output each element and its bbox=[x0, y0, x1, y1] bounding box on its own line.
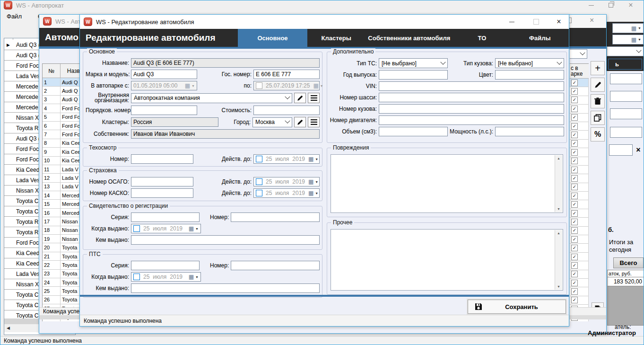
inspection-valid-datepicker[interactable]: 25 июля 2019 ▦▼ bbox=[253, 154, 320, 164]
date-enabled-checkbox[interactable] bbox=[256, 190, 262, 196]
col-header-number[interactable]: № bbox=[43, 64, 61, 78]
row-checkbox-cell[interactable]: ✓ bbox=[570, 296, 589, 305]
make-model-field[interactable] bbox=[131, 70, 197, 79]
table-row[interactable]: 25Toyota bbox=[43, 287, 80, 295]
tab-to[interactable]: ТО bbox=[453, 29, 511, 47]
scroll-down-icon[interactable]: ▼ bbox=[557, 207, 560, 211]
pts-issued-by-field[interactable] bbox=[131, 283, 320, 293]
table-row[interactable]: 21Toyota bbox=[43, 252, 80, 261]
row-checkbox-cell[interactable]: ✓ bbox=[570, 235, 589, 244]
chassis-number-field[interactable] bbox=[379, 93, 564, 102]
table-row[interactable]: 14Merced bbox=[43, 191, 80, 200]
date-enabled-checkbox[interactable] bbox=[133, 225, 140, 232]
vin-field[interactable] bbox=[379, 81, 564, 91]
main-filter-date-from[interactable]: ▦▼ bbox=[612, 23, 644, 33]
reg-number-field[interactable] bbox=[231, 212, 320, 222]
discount-button[interactable]: % bbox=[591, 127, 605, 142]
table-row[interactable]: 6Ford Fo bbox=[43, 122, 80, 130]
main-filter-input-1[interactable] bbox=[610, 73, 642, 84]
pts-issued-datepicker[interactable]: 25 июля 2019 ▦▼ bbox=[131, 272, 201, 282]
main-restore-button[interactable] bbox=[604, 0, 618, 10]
row-checkbox-cell[interactable]: ✓ bbox=[570, 96, 589, 105]
main-show-button[interactable]: ь bbox=[608, 59, 642, 70]
dropdown-arrow-icon[interactable]: ▼ bbox=[195, 227, 199, 230]
osago-number-field[interactable] bbox=[131, 177, 193, 186]
dropdown-arrow-icon[interactable]: ▼ bbox=[638, 27, 641, 30]
kasko-valid-datepicker[interactable]: 25 июля 2019 ▦▼ bbox=[253, 188, 320, 198]
dropdown-arrow-icon[interactable]: ▼ bbox=[315, 180, 318, 184]
row-checkbox-cell[interactable]: ✓ bbox=[570, 209, 589, 218]
table-row[interactable]: 24Toyota bbox=[43, 278, 80, 287]
row-checkbox-cell[interactable]: ✓ bbox=[570, 166, 589, 174]
row-checkbox-cell[interactable]: ✓ bbox=[570, 122, 589, 131]
clear-search-button[interactable]: × bbox=[634, 144, 643, 156]
dropdown-arrow-icon[interactable]: ▼ bbox=[638, 38, 641, 41]
city-combobox[interactable]: Москва bbox=[252, 117, 292, 127]
cost-field[interactable] bbox=[253, 106, 320, 115]
org-list-button[interactable] bbox=[308, 93, 320, 103]
total-tab[interactable]: Всего bbox=[613, 257, 644, 268]
fleet-from-datepicker[interactable]: 01.05.2019 05:00 ▦▼ bbox=[131, 81, 197, 90]
row-checkbox-cell[interactable]: ✓ bbox=[570, 114, 589, 122]
reg-issued-datepicker[interactable]: 25 июля 2019 ▦▼ bbox=[131, 224, 201, 233]
edit-button[interactable] bbox=[591, 78, 605, 92]
dropdown-arrow-icon[interactable]: ▼ bbox=[315, 158, 318, 161]
serial-number-field[interactable] bbox=[131, 106, 197, 115]
menu-file[interactable]: Файл bbox=[2, 12, 26, 21]
color-field[interactable] bbox=[495, 70, 564, 80]
modal-minimize-button[interactable] bbox=[505, 17, 519, 27]
main-filter-date-to[interactable]: ▦▼ bbox=[612, 35, 644, 44]
row-checkbox-cell[interactable]: ✓ bbox=[570, 183, 589, 192]
table-row[interactable]: 22Toyota bbox=[43, 261, 80, 269]
row-checkbox-cell[interactable]: ✓ bbox=[570, 200, 589, 209]
textarea-scrollbar[interactable]: ▲ ▼ bbox=[555, 155, 562, 212]
row-checkbox-cell[interactable]: ✓ bbox=[570, 105, 589, 113]
date-enabled-checkbox[interactable] bbox=[256, 82, 262, 89]
tab-osnovnoe[interactable]: Основное bbox=[238, 29, 307, 47]
vehicle-type-combobox[interactable]: [Не выбрано] bbox=[379, 58, 448, 68]
row-checkbox-cell[interactable]: ✓ bbox=[570, 287, 589, 296]
pts-number-field[interactable] bbox=[231, 261, 320, 270]
plate-number-field[interactable] bbox=[253, 70, 320, 79]
scroll-left-icon[interactable]: ◀ bbox=[7, 326, 10, 330]
main-filter-input-3[interactable] bbox=[610, 108, 642, 119]
body-number-field[interactable] bbox=[379, 104, 564, 114]
table-row[interactable]: 13Lada V bbox=[43, 183, 80, 191]
main-search-input[interactable] bbox=[609, 144, 633, 156]
row-checkbox-cell[interactable]: ✓ bbox=[570, 148, 589, 157]
damages-textarea[interactable]: ▲ ▼ bbox=[331, 154, 563, 213]
table-row[interactable]: 12Lada V bbox=[43, 174, 80, 182]
table-row[interactable]: 26Toyota bbox=[43, 296, 80, 304]
internal-org-combobox[interactable]: Автопрокатная компания bbox=[131, 93, 292, 103]
scroll-up-icon[interactable]: ▲ bbox=[557, 157, 560, 160]
save-button[interactable]: Сохранить bbox=[468, 300, 566, 314]
row-checkbox-cell[interactable]: ✓ bbox=[570, 140, 589, 148]
row-checkbox-cell[interactable]: ✓ bbox=[570, 253, 589, 261]
tab-faily[interactable]: Файлы bbox=[511, 29, 569, 47]
kasko-number-field[interactable] bbox=[131, 188, 193, 198]
col-header-in-fleet-fragment[interactable]: с в арке bbox=[570, 64, 589, 79]
scroll-down-icon[interactable]: ▼ bbox=[557, 285, 560, 288]
other-textarea[interactable]: ▲ ▼ bbox=[331, 229, 563, 291]
table-row[interactable]: 20Toyota bbox=[43, 243, 80, 252]
pts-series-field[interactable] bbox=[131, 261, 200, 270]
table-row[interactable]: 3Audi Q bbox=[43, 96, 80, 104]
city-list-button[interactable] bbox=[308, 117, 320, 127]
scroll-up-icon[interactable]: ▲ bbox=[557, 231, 560, 235]
row-checkbox-cell[interactable]: ✓ bbox=[570, 270, 589, 279]
table-row[interactable]: 18Nissan bbox=[43, 226, 80, 235]
table-row[interactable]: 10Kia Cee bbox=[43, 157, 80, 165]
engine-volume-field[interactable] bbox=[379, 127, 448, 136]
mid-partial-combo[interactable] bbox=[570, 49, 587, 59]
osago-valid-datepicker[interactable]: 25 июля 2019 ▦▼ bbox=[253, 177, 320, 186]
col-header-name[interactable]: Назва bbox=[61, 64, 80, 78]
main-filter-input-2[interactable] bbox=[610, 91, 642, 102]
date-enabled-checkbox[interactable] bbox=[133, 274, 140, 280]
edit-city-button[interactable] bbox=[294, 117, 306, 127]
dropdown-arrow-icon[interactable]: ▼ bbox=[191, 84, 195, 88]
main-filter-combo[interactable] bbox=[607, 46, 644, 56]
table-row[interactable]: 9Kia Cee bbox=[43, 148, 80, 156]
main-close-button[interactable]: × bbox=[624, 0, 638, 10]
table-row[interactable]: 19Nissan bbox=[43, 235, 80, 243]
row-checkbox-cell[interactable]: ✓ bbox=[570, 174, 589, 183]
